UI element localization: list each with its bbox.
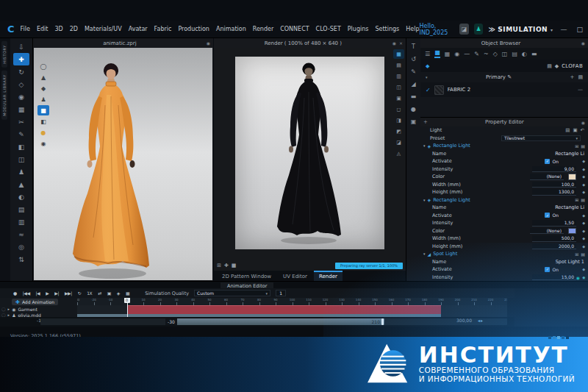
simulation-dropdown-icon[interactable]: ▾ <box>551 27 553 32</box>
timeline-ruler[interactable]: -30-20-100102030405060708090100110120130… <box>77 298 507 305</box>
track-expand-icon[interactable]: ▸ <box>8 307 10 311</box>
keyframe-diamond-icon[interactable]: ◆ <box>582 182 585 187</box>
keyframe-diamond-icon[interactable]: ◆ <box>582 236 585 240</box>
import-icon[interactable]: ⇩ <box>13 40 29 53</box>
render-queue-icon[interactable]: ▥ <box>393 71 404 81</box>
fit-view-icon[interactable]: ⊞ <box>217 263 221 268</box>
pin-tool-icon[interactable]: ◉ <box>13 90 29 103</box>
user-greeting[interactable]: Hello, IND_2025 <box>420 23 455 36</box>
camera-tool-icon[interactable]: ◎ <box>13 240 29 253</box>
uv-tool-icon[interactable]: ▣ <box>408 116 420 126</box>
render-frame-icon[interactable]: ◻ <box>393 104 404 114</box>
scene-list-icon[interactable]: ☰ <box>425 51 430 57</box>
light-section-header-1[interactable]: ▾◈Rectangle Light⊞▤ <box>420 196 588 204</box>
preset-dropdown[interactable]: Tilestreet▾ <box>501 135 581 142</box>
playhead[interactable]: 0 <box>127 298 128 317</box>
range-left-handle[interactable]: -30 <box>165 318 177 325</box>
render-light-icon[interactable]: ◪ <box>393 138 404 147</box>
keyframe-diamond-icon[interactable]: ◆ <box>582 190 585 194</box>
show-all-icon[interactable]: ◯ <box>37 61 49 71</box>
menu-animation[interactable]: Animation <box>216 26 246 32</box>
menu-plugins[interactable]: Plugins <box>348 26 369 32</box>
keyframe-diamond-icon[interactable]: ◆ <box>582 174 585 179</box>
keyframe-icon[interactable]: ◈ <box>117 291 120 296</box>
activate-checkbox[interactable]: ✓On <box>545 213 559 218</box>
trim-tab-icon[interactable]: ◇ <box>493 51 498 57</box>
folder-icon[interactable]: ▤ <box>547 63 552 69</box>
sync-icon[interactable]: ⇄ <box>98 291 101 296</box>
clofab-label[interactable]: CLOFAB <box>562 63 583 69</box>
wedge-tool-icon[interactable]: ◢ <box>408 79 420 89</box>
prop-value-field[interactable]: 2000,0 <box>532 243 576 250</box>
menu-edit[interactable]: Edit <box>37 26 49 32</box>
button-tab-icon[interactable]: ◉ <box>454 51 459 57</box>
menu-clo-set[interactable]: CLO-SET <box>316 26 341 32</box>
group-folder-icon[interactable]: ▤ <box>578 74 583 80</box>
prop-value-field[interactable]: 9,00 <box>532 166 576 173</box>
annotate-tool-icon[interactable]: ✎ <box>408 66 420 76</box>
jump-start-icon[interactable]: |◀◀ <box>23 291 30 296</box>
menu-avatar[interactable]: Avatar <box>129 26 148 32</box>
prop-value-field[interactable]: 1,50 <box>532 220 576 227</box>
jump-end-icon[interactable]: ▶▶| <box>65 291 72 296</box>
menu-2d[interactable]: 2D <box>70 26 78 32</box>
viewport-pin-icon[interactable]: ◉ <box>207 40 210 46</box>
scroll-arrows-icon[interactable]: ◂▸ <box>478 318 484 323</box>
particle-view-icon[interactable]: ◆ <box>37 83 49 93</box>
light-section-header-2[interactable]: ▾◢Spot Light⊞▤ <box>420 250 588 258</box>
puckering-tab-icon[interactable]: ◐ <box>522 51 527 57</box>
activate-checkbox[interactable]: ✓On <box>545 267 559 272</box>
mannequin-tool-icon[interactable]: ▲ <box>13 178 29 190</box>
tab-render[interactable]: Render <box>314 271 343 281</box>
keyframe-diamond-icon[interactable]: ◆ <box>582 159 585 163</box>
texture-view-icon[interactable]: ◧ <box>37 116 49 126</box>
export-anim-icon[interactable]: ▦ <box>126 291 129 296</box>
avatar-view-icon[interactable]: ♟ <box>37 94 49 104</box>
pattern-tab-icon[interactable]: ▦ <box>445 51 451 57</box>
prop-value[interactable]: Rectangle Li <box>555 151 584 157</box>
sphere-tool-icon[interactable]: ● <box>408 104 420 114</box>
fabric-more-icon[interactable]: — <box>578 87 583 93</box>
render-save-icon[interactable]: ◬ <box>393 149 404 158</box>
minimize-button[interactable]: — <box>559 26 570 33</box>
orbit-tool-icon[interactable]: ↺ <box>408 54 420 64</box>
duplicate-light-icon[interactable]: ⊞ <box>575 197 578 202</box>
play-icon[interactable]: ▶ <box>46 291 49 296</box>
color-swatch[interactable] <box>568 228 576 235</box>
color-value-field[interactable]: (None) <box>530 228 564 235</box>
scroll-track[interactable]: -30 210 <box>40 318 507 325</box>
maximize-button[interactable]: □ <box>575 26 586 33</box>
menu-render[interactable]: Render <box>253 26 273 32</box>
history-tab[interactable]: HISTORY <box>1 41 7 68</box>
prop-value[interactable]: Rectangle Li <box>555 204 584 210</box>
keyframe-diamond-icon[interactable]: ◆ <box>582 167 585 171</box>
keyframe-diamond-icon[interactable]: ◆ <box>582 213 585 218</box>
menu-3d[interactable]: 3D <box>54 26 62 32</box>
prop-value-field[interactable]: 500,0 <box>532 235 576 242</box>
menu-materials-uv[interactable]: Materials/UV <box>85 26 122 32</box>
wind-tool-icon[interactable]: ≈ <box>13 228 29 240</box>
simulation-toggle[interactable]: ≫SIMULATION▾ <box>488 26 553 33</box>
track-row-garment[interactable]: ◯▸◉Garment <box>1 306 37 312</box>
range-end-value[interactable]: 300,00 <box>456 318 472 323</box>
fit-tool-icon[interactable]: ◐ <box>13 190 29 203</box>
color-value-field[interactable]: (None) <box>530 174 564 180</box>
section-caret-icon[interactable]: ▾ <box>423 143 426 148</box>
reset-icon[interactable]: ↶ <box>581 127 584 133</box>
render-settings-icon[interactable]: ◩ <box>393 126 404 136</box>
next-frame-icon[interactable]: ▶| <box>54 291 59 296</box>
menu-fabric[interactable]: Fabric <box>154 26 172 32</box>
light-section-header-0[interactable]: ▾◈Rectangle Light⊞▤ <box>420 142 588 150</box>
tab-uv-editor[interactable]: UV Editor <box>278 272 312 281</box>
skin-view-icon[interactable]: ● <box>37 127 49 138</box>
pan-view-icon[interactable]: ✚ <box>224 263 229 268</box>
viewport-canvas[interactable]: ◯▲◆♟■◧●◉ <box>34 48 212 280</box>
color-swatch[interactable] <box>568 174 576 180</box>
menu-help[interactable]: Help <box>406 26 419 32</box>
prop-value-field[interactable]: 1300,0 <box>532 189 576 196</box>
fabric-view-icon[interactable]: ■ <box>37 105 49 115</box>
grid-tool-icon[interactable]: ▦ <box>13 103 29 115</box>
light-options-icon[interactable]: ▤ <box>581 143 585 149</box>
measure-tool-icon[interactable]: ⇅ <box>13 253 29 266</box>
section-caret-icon[interactable]: ▾ <box>423 198 426 202</box>
